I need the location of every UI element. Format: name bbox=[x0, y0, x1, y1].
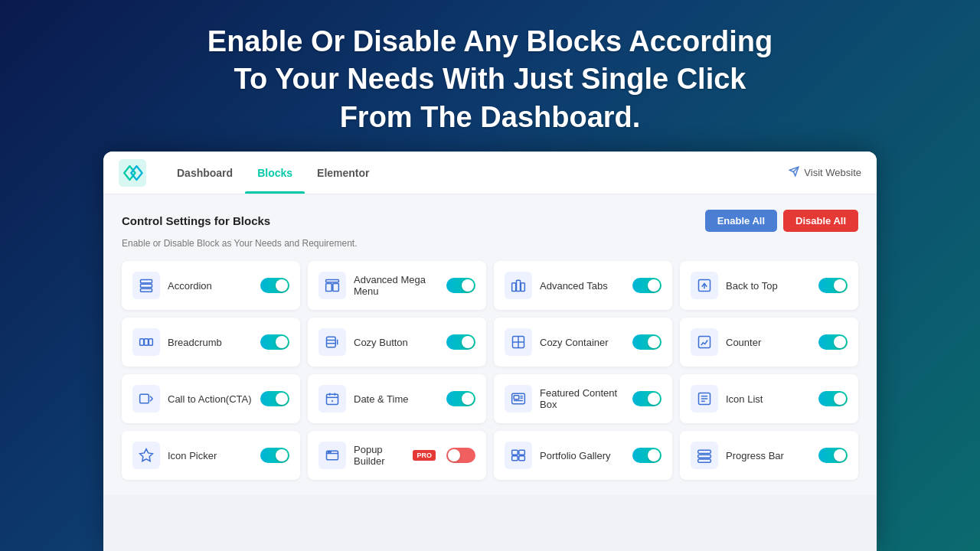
block-name-icon-picker: Icon Picker bbox=[168, 450, 253, 461]
block-name-icon-list: Icon List bbox=[726, 393, 811, 405]
svg-rect-52 bbox=[519, 456, 525, 461]
block-card-icon-list: Icon List bbox=[680, 374, 858, 423]
pro-badge-popup-builder: PRO bbox=[413, 450, 436, 461]
svg-rect-50 bbox=[519, 451, 525, 455]
icon-picker-icon bbox=[132, 442, 160, 469]
toggle-counter[interactable] bbox=[818, 334, 848, 350]
block-card-date-time: Date & Time bbox=[308, 374, 486, 423]
toggle-advanced-tabs[interactable] bbox=[632, 278, 662, 293]
toggle-popup-builder[interactable] bbox=[446, 448, 475, 463]
nav-bar: Dashboard Blocks Elementor Visit Website bbox=[103, 152, 877, 194]
svg-rect-6 bbox=[326, 280, 339, 282]
svg-rect-49 bbox=[512, 451, 518, 455]
section-header: Control Settings for Blocks Enable All D… bbox=[122, 210, 858, 232]
svg-rect-55 bbox=[698, 459, 711, 462]
block-name-portfolio-gallery: Portfolio Gallery bbox=[540, 450, 625, 461]
counter-icon bbox=[691, 328, 718, 356]
svg-rect-4 bbox=[141, 285, 152, 288]
breadcrumb-icon bbox=[132, 328, 160, 356]
svg-rect-51 bbox=[512, 456, 518, 461]
content-area: Control Settings for Blocks Enable All D… bbox=[103, 194, 877, 495]
svg-rect-3 bbox=[141, 280, 152, 283]
toggle-portfolio-gallery[interactable] bbox=[632, 448, 662, 463]
block-name-cozy-container: Cozy Container bbox=[540, 337, 625, 348]
block-name-call-to-action: Call to Action(CTA) bbox=[168, 393, 253, 405]
toggle-accordion[interactable] bbox=[260, 278, 289, 293]
block-card-cozy-container: Cozy Container bbox=[494, 318, 672, 367]
block-name-back-to-top: Back to Top bbox=[726, 280, 811, 292]
svg-rect-53 bbox=[698, 451, 711, 454]
progress-bar-icon bbox=[691, 442, 718, 469]
date-time-icon bbox=[318, 385, 346, 412]
block-card-portfolio-gallery: Portfolio Gallery bbox=[494, 431, 672, 480]
section-description: Enable or Disable Block as Your Needs an… bbox=[122, 238, 858, 249]
toggle-call-to-action[interactable] bbox=[260, 391, 289, 406]
block-card-icon-picker: Icon Picker bbox=[122, 431, 300, 480]
dashboard-panel: Dashboard Blocks Elementor Visit Website… bbox=[103, 152, 877, 551]
svg-rect-10 bbox=[517, 281, 521, 292]
toggle-advanced-mega-menu[interactable] bbox=[446, 278, 475, 293]
tab-blocks[interactable]: Blocks bbox=[245, 152, 305, 194]
portfolio-gallery-icon bbox=[505, 442, 532, 469]
svg-point-48 bbox=[330, 452, 331, 452]
block-card-popup-builder: Popup BuilderPRO bbox=[308, 431, 486, 480]
header-buttons: Enable All Disable All bbox=[705, 210, 858, 232]
tab-dashboard[interactable]: Dashboard bbox=[165, 152, 245, 194]
hero-title: Enable Or Disable Any Blocks According T… bbox=[199, 23, 781, 136]
block-name-popup-builder: Popup Builder bbox=[354, 444, 405, 467]
advanced-tabs-icon bbox=[505, 272, 532, 299]
toggle-date-time[interactable] bbox=[446, 391, 475, 406]
toggle-icon-list[interactable] bbox=[818, 391, 848, 406]
back-to-top-icon bbox=[691, 272, 718, 299]
block-card-call-to-action: Call to Action(CTA) bbox=[122, 374, 300, 423]
block-card-featured-content-box: Featured Content Box bbox=[494, 374, 672, 423]
block-card-counter: Counter bbox=[680, 318, 858, 367]
svg-rect-14 bbox=[140, 339, 144, 345]
svg-rect-15 bbox=[145, 339, 149, 345]
section-title: Control Settings for Blocks bbox=[122, 214, 270, 227]
block-card-accordion: Accordion bbox=[122, 261, 300, 310]
toggle-cozy-button[interactable] bbox=[446, 334, 475, 350]
block-name-advanced-tabs: Advanced Tabs bbox=[540, 280, 625, 292]
toggle-icon-picker[interactable] bbox=[260, 448, 289, 463]
svg-rect-8 bbox=[333, 284, 339, 292]
block-name-progress-bar: Progress Bar bbox=[726, 450, 811, 461]
svg-rect-36 bbox=[514, 396, 519, 399]
tab-elementor[interactable]: Elementor bbox=[305, 152, 381, 194]
block-name-cozy-button: Cozy Button bbox=[354, 337, 439, 348]
block-name-advanced-mega-menu: Advanced Mega Menu bbox=[354, 274, 439, 297]
svg-point-47 bbox=[328, 452, 328, 452]
toggle-breadcrumb[interactable] bbox=[260, 334, 289, 350]
svg-rect-19 bbox=[327, 337, 336, 347]
hero-section: Enable Or Disable Any Blocks According T… bbox=[184, 0, 796, 152]
cozy-container-icon bbox=[505, 328, 532, 356]
svg-rect-54 bbox=[698, 455, 711, 458]
icon-list-icon bbox=[691, 385, 718, 412]
svg-rect-9 bbox=[512, 283, 516, 292]
block-card-advanced-mega-menu: Advanced Mega Menu bbox=[308, 261, 486, 310]
blocks-grid: AccordionAdvanced Mega MenuAdvanced Tabs… bbox=[122, 261, 858, 480]
nav-tabs: Dashboard Blocks Elementor bbox=[165, 152, 382, 194]
svg-rect-7 bbox=[326, 284, 332, 292]
block-card-back-to-top: Back to Top bbox=[680, 261, 858, 310]
svg-rect-5 bbox=[141, 289, 152, 292]
svg-rect-11 bbox=[521, 283, 524, 292]
svg-rect-30 bbox=[327, 394, 338, 404]
visit-website-label: Visit Website bbox=[804, 167, 861, 178]
disable-all-button[interactable]: Disable All bbox=[783, 210, 858, 232]
svg-rect-26 bbox=[699, 337, 710, 348]
logo bbox=[119, 159, 146, 187]
visit-website-link[interactable]: Visit Website bbox=[789, 166, 861, 179]
enable-all-button[interactable]: Enable All bbox=[705, 210, 777, 232]
svg-rect-16 bbox=[149, 339, 152, 345]
popup-builder-icon bbox=[318, 442, 346, 469]
toggle-cozy-container[interactable] bbox=[632, 334, 662, 350]
block-card-cozy-button: Cozy Button bbox=[308, 318, 486, 367]
toggle-back-to-top[interactable] bbox=[818, 278, 848, 293]
svg-rect-27 bbox=[140, 394, 149, 403]
featured-content-box-icon bbox=[505, 385, 532, 412]
toggle-progress-bar[interactable] bbox=[818, 448, 848, 463]
block-card-breadcrumb: Breadcrumb bbox=[122, 318, 300, 367]
svg-marker-44 bbox=[140, 449, 153, 461]
toggle-featured-content-box[interactable] bbox=[632, 391, 662, 406]
